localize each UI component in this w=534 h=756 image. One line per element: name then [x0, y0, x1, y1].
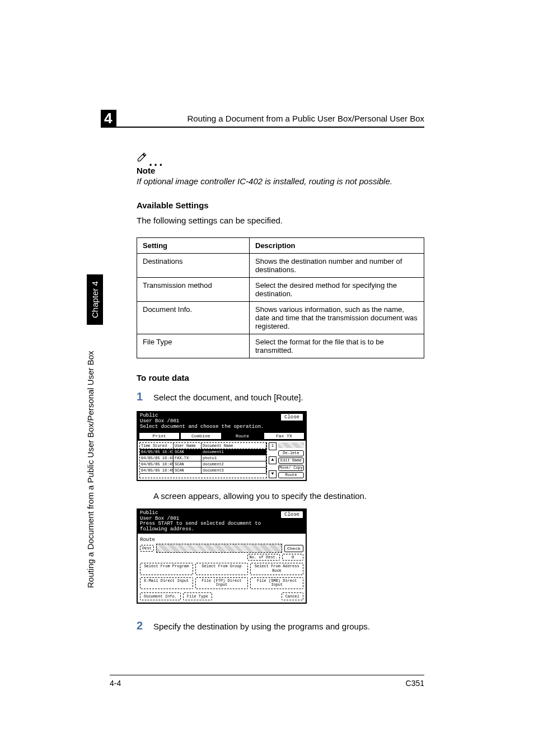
cell-setting: Transmission method	[137, 278, 250, 302]
cell-setting: Destinations	[137, 254, 250, 278]
procedure-heading: To route data	[137, 373, 424, 382]
no-of-dest-label: No. of Dest.	[247, 554, 280, 561]
table-row: Destinations Shows the destination numbe…	[137, 254, 424, 278]
settings-table: Setting Description Destinations Shows t…	[137, 237, 424, 358]
running-title: Routing a Document from a Public User Bo…	[187, 114, 424, 123]
select-from-group-button[interactable]: Select From Group	[195, 563, 249, 575]
route-label: Route	[140, 537, 303, 543]
cell-setting: Document Info.	[137, 302, 250, 334]
header-rule	[101, 127, 424, 128]
col-time: Time Stored	[140, 443, 174, 449]
table-row: File Type Select the format for the file…	[137, 334, 424, 358]
cell-time: 04/05/05 18:44	[140, 455, 174, 461]
note-body: If optional image controller IC-402 is i…	[137, 176, 424, 186]
table-row: Document Info. Shows various information…	[137, 302, 424, 334]
dest-label: Dest	[140, 545, 154, 552]
step1-caption: A screen appears, allowing you to specif…	[153, 491, 424, 501]
dest-field	[156, 544, 282, 553]
cell-doc: document3	[202, 468, 266, 473]
step-1: 1 Select the document, and touch [Route]…	[137, 390, 424, 403]
scr2-subtitle: Press START to send selected document to…	[140, 521, 261, 532]
close-button[interactable]: Close	[280, 413, 303, 421]
cell-time: 04/05/05 18:46	[140, 468, 174, 473]
list-item[interactable]: 04/05/05 18:45 SCAN document2	[140, 461, 266, 468]
tab-print[interactable]: Print	[139, 432, 180, 440]
scroll-count: 1	[269, 442, 277, 450]
scr2-title2: User Box /001	[140, 516, 179, 521]
no-of-dest-value: 0	[282, 554, 303, 561]
cell-doc: document1	[202, 449, 266, 455]
step-number: 1	[137, 390, 153, 403]
cell-description: Shows the destination number and number …	[250, 254, 424, 278]
cell-description: Shows various information, such as the n…	[250, 302, 424, 334]
note-label: Note	[137, 166, 424, 175]
section-number: 4	[101, 110, 116, 127]
available-settings-intro: The following settings can be specified.	[137, 216, 424, 225]
available-settings-heading: Available Settings	[137, 200, 424, 210]
close-button[interactable]: Close	[280, 511, 303, 519]
cell-user: SCAN	[174, 461, 202, 467]
route-button[interactable]: Route	[278, 472, 304, 478]
screen-route: Public User Box /001 Press START to send…	[137, 508, 307, 604]
tab-fax[interactable]: Fax TX	[264, 432, 305, 440]
list-item[interactable]: 04/05/05 18:43 SCAN document1	[140, 449, 266, 455]
model-number: C351	[406, 679, 424, 688]
move-copy-button[interactable]: Move/ Copy	[278, 465, 304, 471]
email-direct-input-button[interactable]: E-Mail Direct Input	[140, 577, 193, 589]
tab-combine[interactable]: Combine	[180, 432, 221, 440]
step-2: 2 Specify the destination by using the p…	[137, 619, 424, 632]
tab-route[interactable]: Route	[222, 432, 263, 440]
document-info-button[interactable]: Document Info.	[140, 592, 181, 600]
step-text: Specify the destination by using the pro…	[153, 622, 370, 631]
th-description: Description	[250, 238, 424, 254]
smb-direct-input-button[interactable]: File (SMB) Direct Input	[250, 577, 303, 589]
list-item[interactable]: 04/05/05 18:44 FAX-TX photo1	[140, 455, 266, 461]
pencil-icon	[137, 151, 148, 165]
cell-user: FAX-TX	[174, 455, 202, 461]
scrollbar[interactable]: 1 ▲ ▼	[269, 442, 277, 478]
sidebar-title: Routing a Document from a Public User Bo…	[86, 351, 95, 588]
check-button[interactable]: Check	[284, 545, 303, 552]
cell-time: 04/05/05 18:43	[140, 449, 174, 455]
cell-description: Select the desired method for specifying…	[250, 278, 424, 302]
cell-description: Select the format for the file that is t…	[250, 334, 424, 358]
file-type-button[interactable]: File Type	[183, 592, 212, 600]
col-user: User Name	[174, 443, 202, 449]
cell-user: SCAN	[174, 449, 202, 455]
cell-doc: photo1	[202, 455, 266, 461]
step-text: Select the document, and touch [Route].	[153, 393, 303, 402]
cell-doc: document2	[202, 461, 266, 467]
th-setting: Setting	[137, 238, 250, 254]
step-number: 2	[137, 619, 153, 632]
scr2-title1: Public	[140, 510, 158, 516]
table-row: Transmission method Select the desired m…	[137, 278, 424, 302]
cell-time: 04/05/05 18:45	[140, 461, 174, 467]
scr1-title2: User Box /001	[140, 418, 179, 424]
cell-user: SCAN	[174, 468, 202, 473]
sidebar-chapter: Chapter 4	[87, 274, 103, 325]
select-from-program-button[interactable]: Select From Program	[140, 563, 193, 575]
arrow-down-icon[interactable]: ▼	[269, 470, 277, 478]
screen-userbox: Public User Box /001 Select document and…	[137, 411, 307, 481]
scr1-title1: Public	[140, 413, 158, 418]
ftp-direct-input-button[interactable]: File (FTP) Direct Input	[195, 577, 249, 589]
arrow-up-icon[interactable]: ▲	[269, 456, 277, 464]
select-from-address-book-button[interactable]: Select From Address Book	[250, 563, 303, 575]
document-list: Time Stored User Name Document Name 04/0…	[139, 442, 267, 478]
page-number: 4-4	[110, 679, 121, 688]
note-block: ... Note If optional image controller IC…	[137, 151, 424, 186]
cell-setting: File Type	[137, 334, 250, 358]
col-doc: Document Name	[202, 443, 266, 449]
edit-name-button[interactable]: Edit Name	[278, 458, 304, 464]
scr1-subtitle: Select document and choose the operation…	[140, 424, 264, 430]
decor-strip	[278, 442, 304, 448]
list-item[interactable]: 04/05/05 18:46 SCAN document3	[140, 468, 266, 474]
delete-button[interactable]: De-lete	[278, 450, 304, 456]
cancel-button[interactable]: Cancel	[282, 592, 303, 600]
